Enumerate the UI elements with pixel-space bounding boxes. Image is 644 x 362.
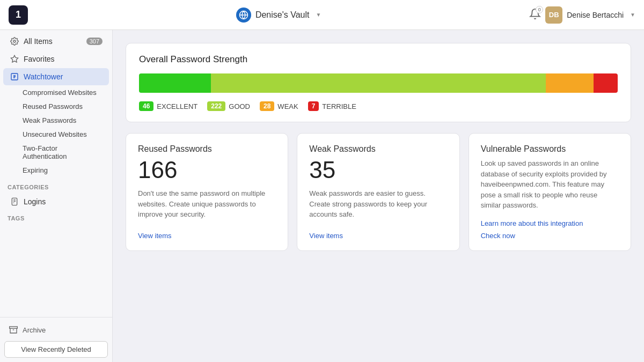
sidebar-top-section: All Items 307 Favorites Wat bbox=[0, 30, 112, 180]
logins-label: Logins bbox=[24, 197, 103, 206]
watchtower-icon bbox=[10, 72, 19, 82]
main-content: Overall Password Strength 46 EXCELLENT 2… bbox=[113, 30, 644, 362]
topbar-right: 0 DB Denise Bertacchi ▼ bbox=[529, 6, 635, 24]
user-menu[interactable]: DB Denise Bertacchi ▼ bbox=[545, 6, 635, 24]
bar-excellent bbox=[139, 73, 211, 93]
sidebar-item-unsecured[interactable]: Unsecured Websites bbox=[3, 128, 109, 141]
vault-chevron-icon: ▼ bbox=[316, 12, 321, 18]
svg-point-1 bbox=[13, 40, 16, 42]
strength-bar bbox=[139, 73, 618, 93]
svg-rect-8 bbox=[10, 327, 18, 328]
two-factor-label: Two-Factor Authentication bbox=[23, 144, 103, 160]
sidebar-item-all-items[interactable]: All Items 307 bbox=[3, 33, 109, 50]
user-avatar: DB bbox=[545, 6, 562, 24]
reused-card-desc: Don't use the same password on multiple … bbox=[138, 188, 276, 223]
gear-icon bbox=[10, 36, 19, 46]
password-strength-card: Overall Password Strength 46 EXCELLENT 2… bbox=[126, 43, 631, 122]
all-items-count: 307 bbox=[86, 38, 103, 45]
all-items-label: All Items bbox=[24, 37, 82, 46]
weak-label: WEAK bbox=[277, 102, 298, 110]
weak-view-items-link[interactable]: View items bbox=[309, 232, 447, 240]
sidebar-item-compromised[interactable]: Compromised Websites bbox=[3, 86, 109, 99]
user-name: Denise Bertacchi bbox=[567, 11, 624, 19]
reused-card-count: 166 bbox=[138, 158, 276, 182]
legend-excellent: 46 EXCELLENT bbox=[139, 101, 197, 111]
sidebar-item-favorites[interactable]: Favorites bbox=[3, 50, 109, 68]
weak-label: Weak Passwords bbox=[23, 116, 76, 124]
reused-passwords-card: Reused Passwords 166 Don't use the same … bbox=[126, 133, 288, 251]
categories-label: CATEGORIES bbox=[0, 180, 112, 193]
sidebar-item-archive[interactable]: Archive bbox=[4, 322, 108, 338]
vulnerable-card-desc: Look up saved passwords in an online dat… bbox=[481, 158, 619, 211]
view-recently-deleted-button[interactable]: View Recently Deleted bbox=[4, 341, 108, 358]
legend-good: 222 GOOD bbox=[207, 101, 250, 111]
excellent-label: EXCELLENT bbox=[157, 102, 197, 110]
weak-card-count: 35 bbox=[309, 158, 447, 182]
unsecured-label: Unsecured Websites bbox=[23, 130, 87, 138]
sidebar-item-weak[interactable]: Weak Passwords bbox=[3, 114, 109, 127]
user-chevron-icon: ▼ bbox=[630, 12, 635, 18]
legend-weak: 28 WEAK bbox=[260, 101, 298, 111]
star-icon bbox=[10, 54, 19, 64]
main-layout: All Items 307 Favorites Wat bbox=[0, 30, 644, 362]
topbar: 1 Denise's Vault ▼ 0 DB Denise Bertacchi… bbox=[0, 0, 644, 30]
bar-weak bbox=[546, 73, 594, 93]
vulnerable-passwords-card: Vulnerable Passwords Look up saved passw… bbox=[469, 133, 631, 251]
bar-terrible bbox=[594, 73, 618, 93]
sidebar-item-logins[interactable]: Logins bbox=[3, 193, 109, 210]
weak-card-desc: Weak passwords are easier to guess. Crea… bbox=[309, 188, 447, 223]
sidebar-item-reused[interactable]: Reused Passwords bbox=[3, 100, 109, 113]
archive-icon bbox=[9, 325, 18, 335]
sidebar-item-expiring[interactable]: Expiring bbox=[3, 164, 109, 177]
sidebar-item-watchtower[interactable]: Watchtower bbox=[3, 68, 109, 85]
bar-good bbox=[211, 73, 546, 93]
vault-icon bbox=[236, 8, 251, 23]
login-icon bbox=[10, 197, 19, 206]
app-logo[interactable]: 1 bbox=[9, 5, 28, 25]
sidebar: All Items 307 Favorites Wat bbox=[0, 30, 113, 362]
vault-name: Denise's Vault bbox=[255, 10, 310, 20]
excellent-badge: 46 bbox=[139, 101, 153, 111]
strength-title: Overall Password Strength bbox=[139, 54, 618, 65]
vault-selector[interactable]: Denise's Vault ▼ bbox=[236, 8, 321, 23]
weak-badge: 28 bbox=[260, 101, 274, 111]
bell-button[interactable]: 0 bbox=[529, 8, 541, 22]
weak-card-title: Weak Passwords bbox=[309, 144, 447, 154]
legend-terrible: 7 TERRIBLE bbox=[308, 101, 356, 111]
compromised-label: Compromised Websites bbox=[23, 88, 97, 97]
reused-view-items-link[interactable]: View items bbox=[138, 232, 276, 240]
reused-card-title: Reused Passwords bbox=[138, 144, 276, 154]
watchtower-label: Watchtower bbox=[24, 72, 103, 81]
learn-more-link[interactable]: Learn more about this integration bbox=[481, 219, 619, 227]
terrible-badge: 7 bbox=[308, 101, 319, 111]
strength-legend: 46 EXCELLENT 222 GOOD 28 WEAK 7 TERRIBLE bbox=[139, 101, 618, 111]
good-badge: 222 bbox=[207, 101, 225, 111]
good-label: GOOD bbox=[229, 102, 250, 110]
reused-label: Reused Passwords bbox=[23, 102, 83, 110]
weak-passwords-card: Weak Passwords 35 Weak passwords are eas… bbox=[297, 133, 459, 251]
bell-badge: 0 bbox=[536, 6, 543, 13]
favorites-label: Favorites bbox=[24, 55, 103, 63]
terrible-label: TERRIBLE bbox=[322, 102, 356, 110]
sidebar-footer: Archive View Recently Deleted bbox=[0, 317, 112, 362]
info-cards-row: Reused Passwords 166 Don't use the same … bbox=[126, 133, 631, 251]
vulnerable-card-title: Vulnerable Passwords bbox=[481, 144, 619, 154]
expiring-label: Expiring bbox=[23, 166, 48, 174]
check-now-link[interactable]: Check now bbox=[481, 232, 619, 240]
sidebar-item-two-factor[interactable]: Two-Factor Authentication bbox=[3, 142, 109, 163]
archive-label: Archive bbox=[23, 326, 46, 334]
tags-label: TAGS bbox=[0, 211, 112, 224]
svg-marker-2 bbox=[11, 55, 18, 62]
